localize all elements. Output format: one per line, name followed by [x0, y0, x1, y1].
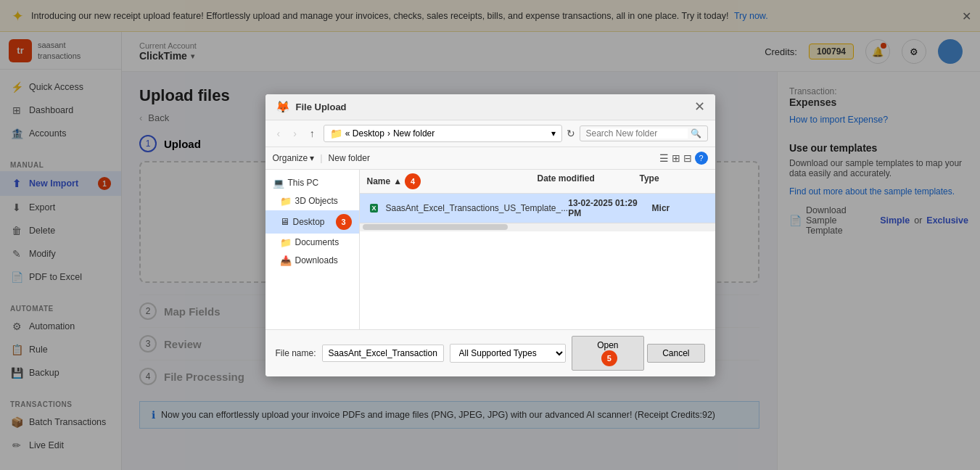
file-date: 13-02-2025 01:29 PM	[568, 198, 651, 218]
dialog-actions-bar: Organize ▾ | New folder ☰ ⊞ ⊟ ?	[265, 147, 715, 170]
breadcrumb-folder: New folder	[393, 128, 435, 139]
file-list: Name ▲ 4 Date modified Type X SaasAnt_Ex…	[360, 170, 715, 329]
step-badge-3: 3	[336, 214, 352, 230]
step-badge-4: 4	[405, 173, 421, 189]
nav-back-button[interactable]: ‹	[273, 125, 285, 141]
dialog-close-button[interactable]: ✕	[694, 100, 705, 113]
step-badge-5: 5	[601, 350, 617, 366]
tree-label: This PC	[288, 178, 319, 188]
tree-label: Documents	[295, 237, 339, 247]
horizontal-scrollbar[interactable]	[360, 223, 715, 231]
excel-file-icon: X	[367, 202, 382, 214]
open-button[interactable]: Open 5	[572, 336, 645, 371]
dialog-overlay: 🦊 File Upload ✕ ‹ › ↑ 📁 « Desktop › New …	[0, 0, 980, 470]
dialog-header: 🦊 File Upload ✕	[265, 94, 715, 120]
refresh-button[interactable]: ↻	[567, 128, 575, 139]
nav-up-button[interactable]: ↑	[305, 125, 319, 141]
help-button[interactable]: ?	[695, 152, 708, 165]
col-date-header: Date modified	[538, 173, 640, 189]
file-type: Micr	[652, 203, 708, 213]
tree-item-documents[interactable]: 📁 Documents	[265, 234, 359, 252]
sort-icon: ▲	[393, 176, 402, 186]
folder-icon: 📁	[280, 196, 292, 207]
search-box: 🔍	[580, 125, 708, 141]
file-row[interactable]: X SaasAnt_Excel_Transactions_US_Template…	[360, 194, 715, 223]
tree-label: 3D Objects	[295, 196, 338, 206]
breadcrumb-desktop: « Desktop	[345, 128, 384, 139]
pc-icon: 💻	[273, 178, 284, 189]
tree-item-this-pc[interactable]: 💻 This PC	[265, 174, 359, 192]
firefox-icon: 🦊	[276, 100, 290, 114]
file-tree-sidebar: 💻 This PC 📁 3D Objects 🖥 Desktop 3 📁 Doc…	[265, 170, 360, 329]
search-icon: 🔍	[691, 128, 701, 139]
view-grid-button[interactable]: ⊞	[672, 152, 680, 165]
organize-button[interactable]: Organize ▾	[273, 153, 315, 163]
new-folder-button[interactable]: New folder	[329, 153, 370, 163]
dialog-title: File Upload	[296, 102, 688, 112]
view-list-button[interactable]: ☰	[659, 152, 669, 165]
tree-item-desktop[interactable]: 🖥 Desktop 3	[265, 210, 359, 234]
col-name-header: Name ▲ 4	[367, 173, 538, 189]
dialog-toolbar: ‹ › ↑ 📁 « Desktop › New folder ▾ ↻ 🔍	[265, 120, 715, 147]
filename-input[interactable]	[322, 345, 444, 362]
excel-badge: X	[370, 204, 377, 213]
desktop-icon: 🖥	[280, 216, 289, 227]
dialog-body: 💻 This PC 📁 3D Objects 🖥 Desktop 3 📁 Doc…	[265, 170, 715, 329]
downloads-icon: 📥	[280, 255, 292, 266]
filename-label: File name:	[276, 348, 316, 358]
search-input[interactable]	[586, 128, 688, 139]
scroll-thumb[interactable]	[363, 224, 508, 230]
documents-icon: 📁	[280, 237, 292, 248]
tree-label: Downloads	[295, 255, 338, 265]
file-list-header: Name ▲ 4 Date modified Type	[360, 170, 715, 194]
filetype-select[interactable]: All Supported Types	[450, 344, 566, 363]
dialog-footer: File name: All Supported Types Open 5 Ca…	[265, 329, 715, 376]
file-upload-dialog: 🦊 File Upload ✕ ‹ › ↑ 📁 « Desktop › New …	[265, 94, 715, 376]
breadcrumb-icon: 📁	[330, 128, 342, 139]
tree-label: Desktop	[293, 217, 325, 227]
tree-item-downloads[interactable]: 📥 Downloads	[265, 252, 359, 270]
tree-item-3d-objects[interactable]: 📁 3D Objects	[265, 192, 359, 210]
nav-forward-button[interactable]: ›	[289, 125, 301, 141]
col-type-header: Type	[640, 173, 708, 189]
breadcrumb-path: 📁 « Desktop › New folder ▾	[324, 125, 562, 142]
cancel-button[interactable]: Cancel	[647, 344, 704, 363]
view-preview-button[interactable]: ⊟	[683, 152, 692, 165]
file-name: SaasAnt_Excel_Transactions_US_Template_.…	[386, 203, 569, 213]
